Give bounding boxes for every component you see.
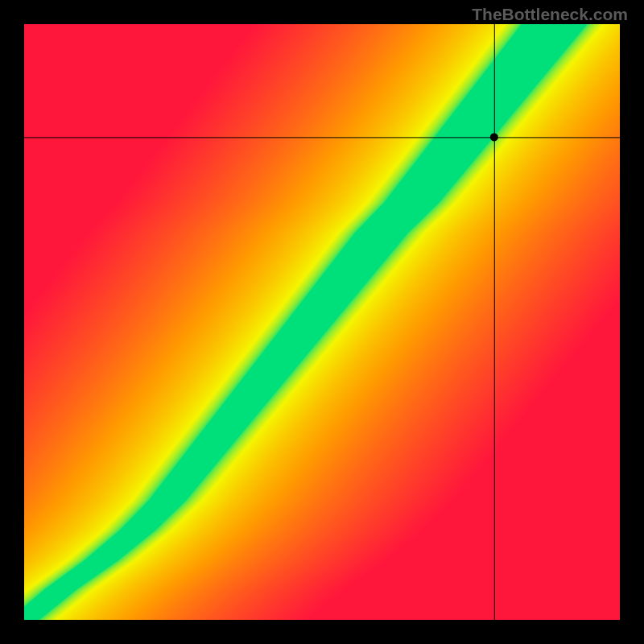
chart-container: TheBottleneck.com (0, 0, 644, 644)
bottleneck-heatmap (24, 24, 620, 620)
watermark-text: TheBottleneck.com (472, 5, 628, 24)
